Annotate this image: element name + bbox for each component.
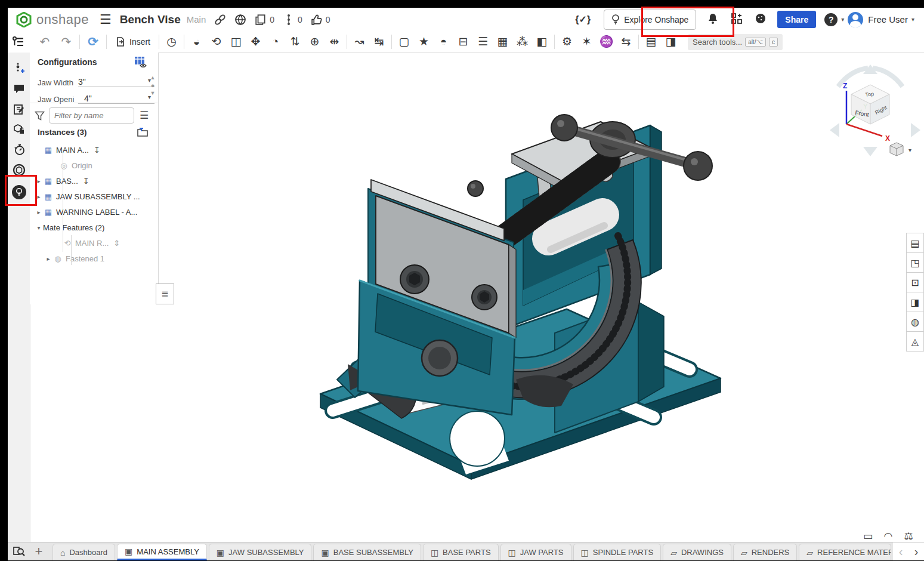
tab-main-assembly[interactable]: ▣MAIN ASSEMBLY (117, 544, 207, 560)
versions-stat[interactable]: 0 (283, 14, 302, 26)
tree-chevron-icon[interactable]: ▸ (35, 178, 43, 184)
explore-onshape-button[interactable]: Explore Onshape (604, 10, 696, 30)
likes-stat[interactable]: 0 (311, 14, 330, 26)
revolute-mate-icon[interactable]: ⟲ (206, 32, 226, 52)
insert-favorites-icon[interactable]: ★ (414, 32, 434, 52)
add-tab-button[interactable]: + (30, 542, 48, 560)
scroll-thumb[interactable]: ● (151, 82, 155, 90)
tabs-scroll-right-icon[interactable]: › (914, 545, 919, 559)
pin-slot-mate-icon[interactable]: ⊕ (305, 32, 325, 52)
config-scrollbar[interactable]: ▲ ● ▼ (149, 74, 157, 97)
gear-relation-icon[interactable]: ⚙ (557, 32, 577, 52)
jaw-width-select[interactable]: 3" ▾ (78, 77, 154, 87)
tree-item-main-r[interactable]: ⟲MAIN R...⇕ (30, 235, 158, 251)
tab-base-subassembly[interactable]: ▣BASE SUBASSEMBLY (313, 544, 421, 560)
tab-spindle-parts[interactable]: ◫SPINDLE PARTS (573, 544, 662, 560)
tree-chevron-icon[interactable]: ▸ (35, 193, 43, 200)
tab-drawings[interactable]: ▱DRAWINGS (663, 544, 731, 560)
tangent-mate-icon[interactable]: ⇹ (325, 32, 344, 52)
planar-mate-icon[interactable]: ✥ (246, 32, 265, 52)
tree-chevron-icon[interactable]: ▾ (35, 224, 43, 231)
tab-renders[interactable]: ▱RENDERS (733, 544, 797, 560)
tree-chevron-icon[interactable]: ▸ (35, 209, 43, 215)
featurescript-icon[interactable]: {✓} (575, 14, 591, 25)
measure-angle-icon[interactable]: ◠ (878, 530, 898, 542)
tab-jaw-subassembly[interactable]: ▣JAW SUBASSEMBLY (209, 544, 312, 560)
tips-panel-button[interactable] (8, 182, 30, 202)
help-caret-icon[interactable]: ▾ (841, 16, 844, 23)
learning-center-button[interactable] (8, 160, 30, 180)
grid-pattern-icon[interactable]: ▦ (493, 32, 512, 52)
privacy-settings-button[interactable] (755, 13, 767, 27)
mass-properties-icon[interactable]: ⚖ (898, 530, 919, 542)
insert-button[interactable]: Insert (109, 36, 156, 47)
display-states-icon[interactable]: ⊡ (906, 272, 924, 292)
bom-icon[interactable]: ▤ (641, 32, 661, 52)
tree-item-fastened-1[interactable]: ▸◍Fastened 1 (30, 251, 158, 266)
tab-jaw-parts[interactable]: ◫JAW PARTS (500, 544, 571, 560)
rack-pinion-icon[interactable]: ♒ (597, 32, 616, 52)
slider-mate-icon[interactable]: ⇅ (285, 32, 305, 52)
appearances-icon[interactable]: ◍ (906, 312, 924, 332)
undo-button[interactable]: ↶ (34, 35, 55, 49)
tree-item-mate-features-2[interactable]: ▾Mate Features (2) (30, 220, 158, 235)
history-icon[interactable]: ◷ (162, 32, 181, 52)
tab-dashboard[interactable]: ⌂Dashboard (52, 544, 115, 560)
measure-length-icon[interactable]: ▭ (858, 530, 878, 542)
share-link-button[interactable] (214, 14, 226, 26)
feature-list-button[interactable] (8, 32, 29, 52)
section-view-icon[interactable]: ◨ (906, 292, 924, 312)
measure-distance-icon[interactable]: ↹ (369, 32, 389, 52)
tab-reference-materia[interactable]: ▱REFERENCE MATERIA (799, 544, 891, 560)
search-tabs-button[interactable] (8, 542, 30, 560)
redo-button[interactable]: ↷ (55, 35, 77, 49)
public-document-button[interactable] (234, 14, 246, 26)
cylindrical-mate-icon[interactable]: ◫ (226, 32, 246, 52)
tree-chevron-icon[interactable]: ▸ (44, 255, 52, 262)
exploded-views-icon[interactable]: ◬ (906, 331, 924, 352)
panel-structure-toggle[interactable]: ≣ (156, 283, 174, 304)
scroll-up-icon[interactable]: ▲ (150, 74, 156, 82)
bom-panel-icon[interactable]: ▤ (906, 233, 924, 253)
search-tools-input[interactable]: Search tools... alt/⌥ c (688, 34, 783, 50)
tree-item-main-a[interactable]: ▦MAIN A...↧ (30, 142, 158, 158)
sprocket-relation-icon[interactable]: ✶ (577, 32, 597, 52)
toggle-relations-icon[interactable]: ⇆ (616, 32, 636, 52)
app-store-button[interactable] (731, 13, 743, 27)
filter-icon[interactable] (35, 111, 45, 121)
named-positions-icon[interactable]: ◨ (661, 32, 681, 52)
tab-base-parts[interactable]: ◫BASE PARTS (423, 544, 499, 560)
tree-item-jaw-subassembly[interactable]: ▸▦JAW SUBASSEMBLY ... (30, 189, 158, 204)
view-cube[interactable]: Y Top Front Right Z X ▾ (826, 60, 924, 161)
scroll-down-icon[interactable]: ▼ (150, 90, 156, 97)
add-instance-icon[interactable] (137, 128, 149, 140)
tree-item-origin[interactable]: ◎Origin (30, 158, 158, 173)
properties-panel-button[interactable] (8, 119, 30, 140)
linear-pattern-icon[interactable]: ☰ (473, 32, 493, 52)
configuration-panel-icon[interactable]: ◳ (906, 252, 924, 273)
select-region-icon[interactable]: ▢ (394, 32, 414, 52)
ball-mate-icon[interactable]: ◔ (265, 32, 285, 52)
snap-mode-icon[interactable]: ↝ (350, 32, 369, 52)
tree-item-bas[interactable]: ▸▦BAS...↧ (30, 173, 158, 189)
user-menu-caret-icon[interactable]: ▾ (911, 16, 914, 23)
onshape-logo[interactable]: onshape (16, 12, 89, 27)
mate-icon[interactable]: ◒ (187, 32, 206, 52)
user-avatar[interactable] (848, 12, 863, 27)
share-button[interactable]: Share (777, 11, 816, 28)
list-view-icon[interactable]: ☰ (140, 109, 149, 122)
filter-by-name-input[interactable] (49, 107, 134, 124)
user-name[interactable]: Free User (868, 14, 908, 24)
fold-icon[interactable]: ◧ (532, 32, 552, 52)
document-menu-icon[interactable]: ☰ (100, 12, 112, 27)
replace-instance-icon[interactable]: ◓ (434, 32, 453, 52)
bench-vise-model[interactable] (158, 53, 904, 542)
sync-button[interactable]: ⟳ (82, 35, 104, 49)
tree-item-warning-label-a[interactable]: ▸▦WARNING LABEL - A... (30, 204, 158, 220)
performance-panel-button[interactable] (8, 140, 30, 160)
replicate-icon[interactable]: ⁂ (512, 32, 532, 52)
notes-panel-button[interactable] (8, 99, 30, 119)
view-mode-button[interactable]: ▾ (890, 143, 911, 156)
tabs-scroll-left-icon[interactable]: ‹ (899, 545, 903, 559)
help-button[interactable]: ? (824, 13, 838, 26)
